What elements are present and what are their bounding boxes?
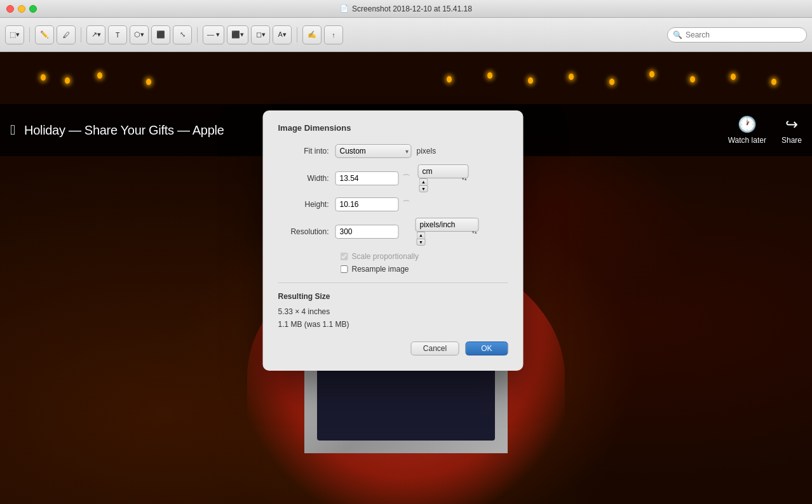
dialog-title: Image Dimensions: [278, 123, 508, 133]
fit-into-select-wrapper: Custom: [335, 144, 412, 158]
toolbar-separator-2: [81, 27, 81, 43]
fit-into-row: Fit into: Custom pixels: [278, 144, 508, 158]
ok-button[interactable]: OK: [465, 342, 508, 355]
resolution-label: Resolution:: [278, 227, 335, 236]
rect-select-button[interactable]: ⬚▾: [5, 25, 24, 44]
sign-icon: ✍: [308, 30, 316, 39]
pencil-button[interactable]: ✏️: [35, 25, 54, 44]
light-dot: [649, 71, 654, 77]
resample-label: Resample image: [352, 265, 409, 274]
search-bar[interactable]: 🔍: [667, 27, 807, 43]
resolution-stepper[interactable]: ▲ ▼: [417, 232, 479, 246]
light-dot: [731, 74, 736, 80]
light-dot: [97, 72, 102, 79]
toolbar-separator-3: [197, 27, 198, 43]
height-row: Height: ⌒: [278, 197, 508, 211]
resample-checkbox[interactable]: [341, 265, 348, 273]
light-dot: [569, 74, 574, 80]
step-up-button[interactable]: ▲: [419, 178, 428, 185]
resolution-step-up[interactable]: ▲: [417, 232, 426, 239]
fit-into-unit: pixels: [417, 147, 436, 156]
light-dot: [447, 76, 452, 83]
light-dot: [146, 79, 151, 85]
unit-select[interactable]: cm inches pixels mm: [418, 164, 469, 178]
scale-proportionally-label: Scale proportionally: [352, 252, 419, 261]
search-input[interactable]: [686, 30, 801, 39]
resample-row: Resample image: [341, 265, 508, 274]
close-button[interactable]: [6, 5, 14, 13]
resolution-row: Resolution: pixels/inch pixels/cm ▲ ▼: [278, 218, 508, 246]
light-dot: [771, 79, 776, 85]
image-dimensions-dialog: Image Dimensions Fit into: Custom pixels: [263, 110, 524, 371]
resolution-step-down[interactable]: ▼: [417, 239, 426, 246]
crop-icon: ⤡: [180, 30, 186, 39]
light-dot: [65, 77, 70, 84]
background-area:  Holiday — Share Your Gifts — Apple 🕐 W…: [0, 52, 812, 504]
dialog-body: Image Dimensions Fit into: Custom pixels: [263, 110, 524, 371]
width-row: Width: ⌒ cm inches pixels mm: [278, 164, 508, 192]
pen-icon: 🖊: [63, 31, 70, 39]
cancel-button[interactable]: Cancel: [411, 342, 459, 355]
arrow-button[interactable]: ↗▾: [86, 25, 105, 44]
pencil-icon: ✏️: [40, 30, 49, 39]
window-title: 📄 Screenshot 2018-12-10 at 15.41.18: [340, 4, 472, 13]
stroke-color-icon: ⬛▾: [231, 30, 244, 39]
search-icon: 🔍: [673, 30, 682, 39]
scale-proportionally-row: Scale proportionally: [341, 252, 508, 261]
resulting-size-title: Resulting Size: [278, 292, 508, 301]
mask-icon: ⬛: [156, 30, 165, 39]
chain-bottom-icon: ⌒: [400, 199, 413, 210]
string-lights-top: [0, 65, 812, 90]
resolution-input[interactable]: [335, 225, 399, 239]
crop-button[interactable]: ⤡: [173, 25, 192, 44]
text-icon: T: [116, 31, 120, 39]
light-dot: [609, 79, 614, 85]
toolbar: ⬚▾ ✏️ 🖊 ↗▾ T ⬡▾ ⬛ ⤡ — ▾ ⬛▾ ◻▾ A▾ ✍ ↑ 🔍: [0, 18, 812, 52]
rect-select-icon: ⬚▾: [10, 30, 20, 39]
pen-button[interactable]: 🖊: [57, 25, 76, 44]
share-toolbar-button[interactable]: ↑: [324, 25, 343, 44]
stroke-color-button[interactable]: ⬛▾: [227, 25, 248, 44]
minimize-button[interactable]: [18, 5, 25, 13]
share-toolbar-icon: ↑: [332, 31, 335, 39]
fit-into-label: Fit into:: [278, 147, 335, 156]
sign-button[interactable]: ✍: [302, 25, 321, 44]
resolution-unit-select[interactable]: pixels/inch pixels/cm: [416, 218, 479, 232]
shape-button[interactable]: ⬡▾: [130, 25, 149, 44]
light-dot: [41, 74, 46, 81]
toolbar-separator-4: [297, 27, 297, 43]
light-dot: [690, 76, 695, 83]
fill-color-button[interactable]: ◻▾: [251, 25, 270, 44]
maximize-button[interactable]: [29, 5, 37, 13]
chain-top-icon: ⌒: [400, 173, 413, 184]
text-button[interactable]: T: [108, 25, 127, 44]
font-icon: A▾: [278, 30, 286, 39]
scale-proportionally-checkbox[interactable]: [341, 253, 348, 260]
width-label: Width:: [278, 174, 335, 183]
fill-color-icon: ◻▾: [256, 30, 266, 39]
height-label: Height:: [278, 200, 335, 209]
width-input[interactable]: [335, 171, 399, 185]
document-icon: 📄: [340, 4, 349, 13]
shape-icon: ⬡▾: [134, 30, 144, 39]
arrow-icon: ↗▾: [91, 30, 101, 39]
fit-into-select[interactable]: Custom: [335, 144, 412, 158]
title-bar: 📄 Screenshot 2018-12-10 at 15.41.18: [0, 0, 812, 18]
mask-button[interactable]: ⬛: [151, 25, 170, 44]
light-dot: [528, 77, 533, 84]
resulting-size-section: Resulting Size 5.33 × 4 inches 1.1 MB (w…: [278, 292, 508, 329]
line-style-button[interactable]: — ▾: [203, 25, 224, 44]
step-down-button[interactable]: ▼: [419, 185, 428, 193]
dialog-divider: [278, 282, 508, 283]
dimension-result: 5.33 × 4 inches: [278, 307, 508, 316]
wh-group: Width: ⌒ cm inches pixels mm: [278, 164, 508, 211]
unit-stepper[interactable]: ▲ ▼: [419, 178, 469, 192]
nav-buttons: ⬚▾: [5, 25, 24, 44]
traffic-lights: [6, 5, 37, 13]
light-dot: [487, 72, 492, 79]
height-input[interactable]: [335, 197, 399, 211]
font-button[interactable]: A▾: [273, 25, 292, 44]
line-style-icon: — ▾: [207, 30, 220, 39]
toolbar-separator-1: [29, 27, 30, 43]
unit-select-wrapper: cm inches pixels mm ▲ ▼: [418, 164, 469, 192]
